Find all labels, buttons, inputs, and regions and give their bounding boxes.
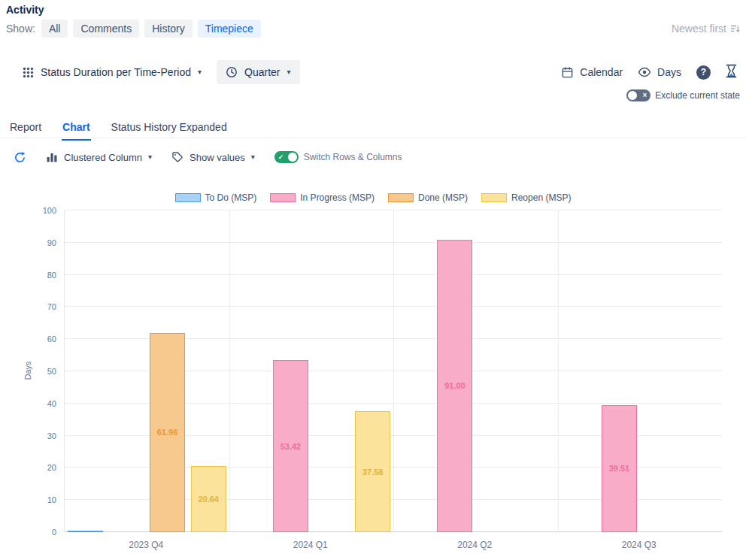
exclude-current-state-toggle[interactable]: ×: [626, 89, 650, 101]
timepiece-logo-icon: [726, 64, 737, 80]
y-tick-label: 0: [52, 528, 56, 537]
y-tick-label: 50: [47, 367, 56, 376]
y-tick-label: 60: [47, 334, 56, 344]
page-title: Activity: [6, 4, 44, 16]
legend-item[interactable]: Reopen (MSP): [481, 192, 571, 203]
exclude-current-state-control: × Exclude current state: [626, 89, 740, 101]
y-tick-label: 40: [47, 399, 56, 408]
cross-icon: ×: [642, 89, 647, 101]
plot-area: 53.4291.0039.5161.9620.6437.58: [64, 210, 722, 532]
chart-type-label: Clustered Column: [64, 152, 142, 163]
bar-value-label: 37.58: [355, 468, 390, 477]
legend-label: In Progress (MSP): [300, 192, 375, 203]
y-tick-label: 100: [43, 206, 56, 215]
legend-label: Reopen (MSP): [511, 192, 571, 203]
switch-rows-columns-toggle[interactable]: ✓: [274, 151, 299, 163]
chevron-down-icon: ▾: [251, 153, 255, 161]
activity-filter-bar: Show: All Comments History Timepiece: [6, 20, 261, 38]
tab-bar-divider: [0, 138, 746, 138]
switch-rows-columns-label: Switch Rows & Columns: [304, 152, 402, 162]
legend-swatch: [388, 193, 414, 202]
category-separator: [229, 210, 230, 532]
report-toolbar: Status Duration per Time-Period ▾ Quarte…: [23, 60, 300, 84]
days-unit-label: Days: [657, 66, 681, 78]
grid-icon: [23, 67, 34, 78]
show-values-selector[interactable]: Show values ▾: [171, 151, 255, 163]
x-axis-category-label: 2024 Q2: [393, 540, 557, 550]
sort-descending-icon: [730, 24, 740, 34]
filter-all[interactable]: All: [41, 20, 68, 38]
legend-swatch: [481, 193, 507, 202]
toggle-knob: [628, 91, 637, 100]
y-tick-label: 90: [47, 238, 56, 247]
clock-icon: [226, 66, 238, 78]
bar-value-label: 20.64: [191, 495, 226, 504]
legend-item[interactable]: To Do (MSP): [175, 192, 257, 203]
check-icon: ✓: [278, 151, 284, 163]
eye-icon: [638, 67, 651, 77]
help-button[interactable]: ?: [696, 65, 711, 80]
chart-legend: To Do (MSP)In Progress (MSP)Done (MSP)Re…: [0, 192, 746, 203]
x-axis-category-label: 2023 Q4: [64, 540, 229, 550]
filter-timepiece[interactable]: Timepiece: [198, 20, 261, 38]
filter-history[interactable]: History: [144, 20, 193, 38]
x-axis-category-label: 2024 Q1: [229, 540, 393, 550]
calendar-label: Calendar: [580, 66, 623, 78]
sort-order-control[interactable]: Newest first: [672, 23, 740, 35]
calendar-button[interactable]: Calendar: [561, 66, 623, 79]
chevron-down-icon: ▾: [148, 153, 152, 161]
refresh-button[interactable]: [14, 151, 26, 164]
switch-rows-columns-control: ✓ Switch Rows & Columns: [274, 151, 402, 163]
chevron-down-icon: ▾: [198, 68, 202, 76]
legend-swatch: [270, 193, 296, 202]
period-selector[interactable]: Quarter ▾: [217, 60, 300, 84]
period-label: Quarter: [244, 66, 280, 78]
legend-item[interactable]: In Progress (MSP): [270, 192, 375, 203]
calendar-icon: [561, 66, 574, 79]
show-values-label: Show values: [190, 152, 245, 163]
days-unit-button[interactable]: Days: [638, 66, 681, 78]
legend-swatch: [175, 193, 201, 202]
exclude-current-state-label: Exclude current state: [655, 90, 740, 101]
y-tick-label: 20: [47, 463, 56, 472]
category-separator: [393, 210, 394, 532]
show-label: Show:: [6, 23, 35, 35]
y-tick-label: 80: [47, 271, 56, 280]
chart-bar[interactable]: [68, 531, 103, 532]
toolbar-right: Calendar Days ?: [561, 60, 737, 84]
x-axis-labels: 2023 Q42024 Q12024 Q22024 Q3: [64, 540, 721, 550]
question-mark-icon: ?: [701, 67, 706, 77]
tag-icon: [171, 151, 183, 163]
chevron-down-icon: ▾: [287, 68, 290, 76]
bar-value-label: 39.51: [602, 464, 637, 473]
legend-item[interactable]: Done (MSP): [388, 192, 468, 203]
bar-value-label: 53.42: [273, 442, 308, 451]
chart-type-selector[interactable]: Clustered Column ▾: [46, 151, 152, 163]
bar-value-label: 61.96: [150, 428, 185, 437]
report-type-selector[interactable]: Status Duration per Time-Period ▾: [23, 60, 202, 84]
category-separator: [558, 210, 559, 532]
y-axis: 0102030405060708090100: [0, 210, 60, 532]
bar-value-label: 91.00: [437, 381, 472, 390]
report-type-label: Status Duration per Time-Period: [41, 66, 191, 78]
sort-order-label: Newest first: [672, 23, 726, 35]
clustered-column-icon: [46, 151, 58, 163]
y-tick-label: 30: [47, 431, 56, 440]
x-axis-category-label: 2024 Q3: [557, 540, 722, 550]
toggle-knob: [288, 153, 297, 162]
chart-toolbar: Clustered Column ▾ Show values ▾ ✓ Switc…: [14, 147, 402, 167]
legend-label: Done (MSP): [418, 192, 468, 203]
refresh-icon: [14, 151, 26, 164]
y-tick-label: 70: [47, 302, 56, 311]
filter-comments[interactable]: Comments: [73, 20, 139, 38]
y-tick-label: 10: [47, 495, 56, 504]
legend-label: To Do (MSP): [205, 192, 257, 203]
